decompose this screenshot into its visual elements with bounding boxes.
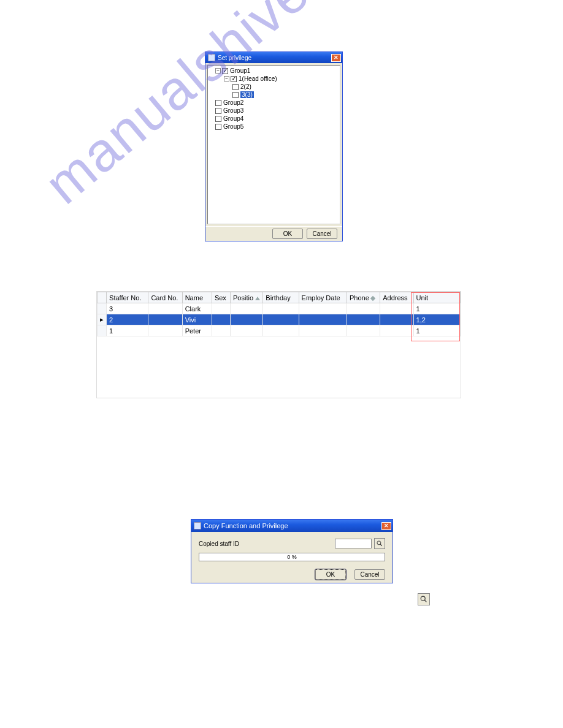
cell-unit: 1	[413, 325, 460, 336]
collapse-icon[interactable]: −	[215, 68, 221, 74]
checkbox[interactable]	[231, 76, 237, 82]
cell-position	[231, 303, 263, 314]
tree-node-group3[interactable]: Group3	[209, 107, 339, 115]
search-icon	[419, 595, 428, 604]
cell-card	[148, 303, 182, 314]
window-icon	[194, 522, 201, 529]
cell-employ	[299, 303, 347, 314]
tree-node-item3[interactable]: 3(3)	[209, 91, 339, 99]
col-card[interactable]: Card No.	[148, 292, 182, 303]
row-header-blank	[98, 292, 107, 303]
ok-button[interactable]: OK	[272, 229, 303, 239]
dialog-footer: OK Cancel	[191, 566, 393, 583]
progress-text: 0 %	[287, 554, 297, 560]
col-phone[interactable]: Phone	[347, 292, 380, 303]
tree-node-headoffice[interactable]: − 1(Head office)	[209, 75, 339, 83]
col-birthday[interactable]: Birthday	[263, 292, 299, 303]
cell-staffer: 1	[107, 325, 148, 336]
tree-node-group5[interactable]: Group5	[209, 123, 339, 131]
collapse-icon[interactable]: −	[224, 76, 229, 82]
cancel-button[interactable]: Cancel	[307, 229, 337, 239]
checkbox[interactable]	[232, 84, 239, 90]
close-icon[interactable]: ✕	[381, 522, 391, 530]
cell-sex	[212, 303, 230, 314]
cell-address	[380, 325, 413, 336]
close-icon[interactable]: ✕	[331, 54, 341, 62]
cell-name: Vivi	[182, 314, 212, 325]
cell-birthday	[263, 314, 299, 325]
tree-label: Group3	[223, 107, 243, 114]
cell-phone	[347, 325, 380, 336]
checkbox[interactable]	[215, 116, 221, 122]
dialog-footer: OK Cancel	[205, 226, 342, 241]
table-row[interactable]: ▸ 2 Vivi 1,2	[98, 314, 461, 325]
staff-id-input[interactable]	[335, 539, 372, 548]
row-indicator	[98, 303, 107, 314]
row-indicator: ▸	[98, 314, 107, 325]
col-position[interactable]: Positio	[231, 292, 263, 303]
cell-card	[148, 325, 182, 336]
staff-id-label: Copied staff ID	[199, 540, 335, 547]
tree-label: Group2	[223, 99, 243, 106]
row-indicator	[98, 325, 107, 336]
tree-node-item2[interactable]: 2(2)	[209, 83, 339, 91]
cell-employ	[299, 314, 347, 325]
col-sex[interactable]: Sex	[212, 292, 230, 303]
svg-line-1	[380, 544, 382, 546]
cell-unit: 1	[413, 303, 460, 314]
col-staffer[interactable]: Staffer No.	[107, 292, 148, 303]
checkbox[interactable]	[215, 108, 221, 114]
tree-label: 1(Head office)	[239, 75, 277, 82]
dialog-titlebar[interactable]: Set privilege ✕	[205, 52, 342, 63]
cell-card	[148, 314, 182, 325]
cell-name: Peter	[182, 325, 212, 336]
staff-id-row: Copied staff ID	[199, 538, 385, 549]
lookup-button-standalone[interactable]	[418, 593, 430, 605]
cell-unit: 1,2	[413, 314, 460, 325]
cell-phone	[347, 303, 380, 314]
checkbox[interactable]	[222, 68, 228, 74]
cell-staffer: 2	[107, 314, 148, 325]
cell-position	[231, 314, 263, 325]
cell-employ	[299, 325, 347, 336]
cell-sex	[212, 325, 230, 336]
search-icon	[376, 540, 383, 547]
checkbox[interactable]	[215, 100, 221, 106]
lookup-button[interactable]	[374, 538, 385, 549]
table-row[interactable]: 1 Peter 1	[98, 325, 461, 336]
checkbox[interactable]	[232, 92, 239, 98]
tree-node-group2[interactable]: Group2	[209, 99, 339, 107]
tree-node-group1[interactable]: − Group1	[209, 67, 339, 75]
tree-node-group4[interactable]: Group4	[209, 115, 339, 123]
cell-phone	[347, 314, 380, 325]
cell-address	[380, 314, 413, 325]
cell-position	[231, 325, 263, 336]
window-icon	[208, 54, 215, 61]
svg-point-0	[377, 541, 381, 545]
privilege-tree[interactable]: − Group1 − 1(Head office) 2(2) 3(3) Grou…	[207, 65, 340, 224]
tree-label: Group4	[223, 115, 243, 122]
dialog-title: Copy Function and Privilege	[204, 522, 381, 529]
svg-line-3	[424, 600, 426, 602]
checkbox[interactable]	[215, 124, 221, 130]
tree-label: 2(2)	[240, 83, 251, 90]
cancel-button[interactable]: Cancel	[354, 569, 385, 580]
set-privilege-dialog: Set privilege ✕ − Group1 − 1(Head office…	[205, 51, 343, 241]
col-unit[interactable]: Unit	[413, 292, 460, 303]
cell-birthday	[263, 325, 299, 336]
table-row[interactable]: 3 Clark 1	[98, 303, 461, 314]
col-name[interactable]: Name	[182, 292, 212, 303]
col-employ[interactable]: Employ Date	[299, 292, 347, 303]
progress-bar: 0 %	[199, 553, 385, 561]
ok-button[interactable]: OK	[315, 569, 346, 580]
svg-point-2	[421, 596, 425, 601]
dialog-body: − Group1 − 1(Head office) 2(2) 3(3) Grou…	[205, 63, 342, 226]
cell-birthday	[263, 303, 299, 314]
cell-address	[380, 303, 413, 314]
staff-table[interactable]: Staffer No. Card No. Name Sex Positio Bi…	[97, 292, 461, 336]
tree-label: Group1	[230, 67, 250, 74]
col-address[interactable]: Address	[380, 292, 413, 303]
dialog-title: Set privilege	[218, 55, 331, 61]
staff-table-container: Staffer No. Card No. Name Sex Positio Bi…	[96, 291, 461, 398]
dialog-titlebar[interactable]: Copy Function and Privilege ✕	[191, 520, 393, 532]
